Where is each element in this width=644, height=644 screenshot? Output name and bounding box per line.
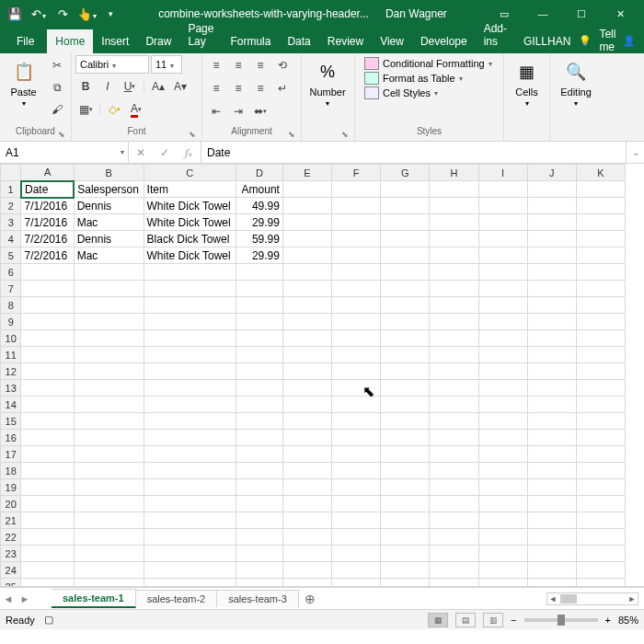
cell[interactable]: Amount [236,181,282,198]
formula-input[interactable]: Date [201,142,626,163]
add-sheet-icon[interactable]: ⊕ [299,592,321,606]
zoom-out-icon[interactable]: − [511,615,516,626]
tab-pagelayout[interactable]: Page Lay [179,17,222,53]
cell[interactable]: Dennis [74,231,144,247]
minimize-icon[interactable]: — [524,0,561,28]
touch-mode-icon[interactable]: 👆 [77,5,96,23]
wrap-text-icon[interactable]: ↵ [272,78,293,98]
cut-icon[interactable]: ✂ [47,55,67,75]
cell[interactable]: 29.99 [236,247,282,264]
name-box[interactable]: A1▾ [0,142,129,163]
col-header[interactable]: J [527,165,576,181]
tab-developer[interactable]: Develope [412,29,476,53]
sheet-tab[interactable]: sales-team-3 [217,590,299,607]
cell[interactable]: 7/1/2016 [21,214,74,231]
cell-styles-button[interactable]: Cell Styles▾ [364,86,492,99]
zoom-level[interactable]: 85% [618,615,638,626]
bold-icon[interactable]: B [75,76,96,97]
cell[interactable]: Dennis [74,198,144,214]
cell[interactable]: 7/2/2016 [21,247,74,264]
conditional-formatting-button[interactable]: Conditional Formatting▾ [364,57,492,70]
view-normal-icon[interactable]: ▦ [428,613,448,627]
share-icon[interactable] [623,34,636,47]
sheet-tab[interactable]: sales-team-1 [52,589,136,608]
dialog-launcher-icon[interactable]: ⬊ [58,130,65,139]
cell[interactable]: 49.99 [236,198,282,214]
cell[interactable]: Mac [74,247,144,264]
cell[interactable]: Date [21,181,74,198]
decrease-font-icon[interactable]: A▾ [170,76,190,97]
zoom-slider[interactable] [524,618,598,622]
col-header[interactable]: H [430,165,478,181]
col-header[interactable]: C [144,165,236,181]
dialog-launcher-icon[interactable]: ⬊ [189,130,196,139]
save-icon[interactable]: 💾 [6,5,24,23]
increase-indent-icon[interactable]: ⇥ [228,101,248,121]
decrease-indent-icon[interactable]: ⇤ [206,101,226,121]
zoom-in-icon[interactable]: + [605,615,611,626]
sheet-nav-prev-icon[interactable]: ◄ [0,593,17,604]
font-name-combo[interactable]: Calibri [75,55,149,74]
view-pagebreak-icon[interactable]: ▥ [483,613,503,627]
tab-custom[interactable]: GILLHAN [515,29,579,53]
col-header[interactable]: I [478,165,527,181]
italic-icon[interactable]: I [98,76,118,97]
tab-home[interactable]: Home [47,29,93,53]
orientation-icon[interactable]: ⟲ [272,55,293,75]
cell[interactable]: White Dick Towel [144,198,236,214]
tab-draw[interactable]: Draw [137,29,179,53]
tab-file[interactable]: File [4,29,47,53]
paste-button[interactable]: 📋 Paste ▾ [4,55,43,111]
merge-icon[interactable]: ⬌▾ [250,101,270,121]
format-as-table-button[interactable]: Format as Table▾ [364,72,492,85]
fill-color-icon[interactable]: ◇▾ [104,99,124,120]
underline-icon[interactable]: U▾ [120,76,140,97]
cell[interactable]: 7/2/2016 [21,231,74,247]
cell[interactable]: Black Dick Towel [144,231,236,247]
enter-formula-icon[interactable]: ✓ [153,146,177,159]
tab-view[interactable]: View [372,29,412,53]
row-header[interactable]: 3 [1,214,21,231]
col-header[interactable]: B [74,165,144,181]
tab-insert[interactable]: Insert [93,29,137,53]
align-middle-icon[interactable]: ≡ [228,55,248,75]
font-color-icon[interactable]: A▾ [126,99,146,120]
col-header[interactable]: A [21,165,74,181]
col-header[interactable]: G [381,165,430,181]
cells-button[interactable]: ▦ Cells ▾ [508,55,546,111]
sheet-nav-next-icon[interactable]: ► [17,593,33,604]
cell[interactable]: 29.99 [236,214,282,231]
number-format-button[interactable]: % Number ▾ [305,55,350,111]
tellme[interactable]: Tell me [599,28,615,53]
cell[interactable]: 7/1/2016 [21,198,74,214]
sheet-tab[interactable]: sales-team-2 [136,590,218,607]
align-right-icon[interactable]: ≡ [250,78,270,98]
row-header[interactable]: 1 [1,181,21,198]
cell[interactable]: White Dick Towel [144,247,236,264]
expand-formula-bar-icon[interactable]: ⌄ [626,142,644,163]
cell[interactable]: Salesperson [74,181,144,198]
tab-data[interactable]: Data [279,29,318,53]
align-center-icon[interactable]: ≡ [228,78,248,98]
format-painter-icon[interactable]: 🖌 [47,99,67,120]
editing-button[interactable]: 🔍 Editing ▾ [554,55,598,111]
tab-review[interactable]: Review [319,29,372,53]
maximize-icon[interactable]: ☐ [563,0,600,28]
cell[interactable]: Mac [74,214,144,231]
cell[interactable]: 59.99 [236,231,282,247]
borders-icon[interactable]: ▦▾ [75,99,96,120]
copy-icon[interactable]: ⧉ [47,77,67,98]
redo-icon[interactable]: ↷ [53,5,72,23]
row-header[interactable]: 2 [1,198,21,214]
row-header[interactable]: 4 [1,231,21,247]
tab-addins[interactable]: Add-ins [476,17,515,53]
qat-customize-icon[interactable]: ▾ [101,5,120,23]
row-header[interactable]: 5 [1,247,21,264]
col-header[interactable]: E [282,165,331,181]
cell[interactable]: Item [144,181,236,198]
increase-font-icon[interactable]: A▴ [148,76,168,97]
cancel-formula-icon[interactable]: ✕ [129,146,153,159]
close-icon[interactable]: ✕ [602,0,638,28]
select-all-corner[interactable] [1,165,21,181]
align-left-icon[interactable]: ≡ [206,78,226,98]
